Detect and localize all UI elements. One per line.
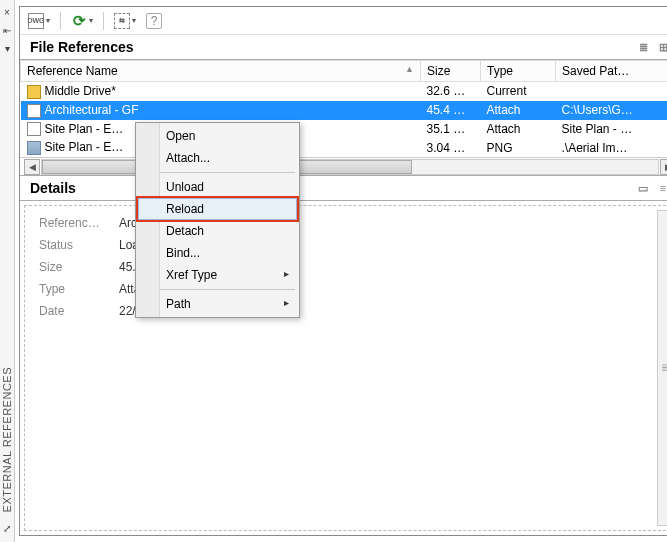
list-view-icon[interactable]: ≣ bbox=[636, 40, 650, 54]
row-path: .\Aerial Im… bbox=[556, 138, 668, 157]
horizontal-scrollbar[interactable]: ◀ ▶ bbox=[20, 157, 667, 175]
ctx-xref-type[interactable]: Xref Type bbox=[138, 264, 297, 286]
row-name: Site Plan - E… bbox=[45, 140, 124, 154]
dock-strip: × ⇤ ▾ EXTERNAL REFERENCES ⤢ bbox=[0, 0, 15, 542]
main-panel: DWG ▾ ⟳ ▾ ⇆ ▾ ? File References ≣ ⊞ bbox=[19, 6, 667, 536]
chevron-down-icon: ▾ bbox=[89, 16, 93, 25]
detail-row: TypeAttach bbox=[39, 278, 663, 300]
row-name: Middle Drive* bbox=[45, 84, 116, 98]
preview-icon[interactable]: ▭ bbox=[636, 181, 650, 195]
row-path: Site Plan - … bbox=[556, 120, 668, 139]
row-size: 32.6 … bbox=[421, 82, 481, 101]
close-panel-icon[interactable]: × bbox=[0, 6, 14, 20]
details-list-icon[interactable]: ≡ bbox=[656, 181, 667, 195]
help-button[interactable]: ? bbox=[144, 11, 164, 31]
col-size[interactable]: Size bbox=[421, 61, 481, 82]
file-type-icon bbox=[27, 104, 41, 118]
col-name-label: Reference Name bbox=[27, 64, 118, 78]
file-references-header: File References ≣ ⊞ bbox=[20, 35, 667, 60]
ctx-reload[interactable]: Reload bbox=[138, 198, 297, 220]
file-type-icon bbox=[27, 85, 41, 99]
detail-row: Referenc…Architectural - GF bbox=[39, 212, 663, 234]
ctx-path[interactable]: Path bbox=[138, 293, 297, 315]
context-menu: OpenAttach...UnloadReloadDetachBind...Xr… bbox=[135, 122, 300, 318]
row-type: Attach bbox=[481, 120, 556, 139]
file-type-icon bbox=[27, 141, 41, 155]
detail-label: Size bbox=[39, 260, 119, 274]
chevron-down-icon: ▾ bbox=[46, 16, 50, 25]
col-reference-name[interactable]: Reference Name ▲ bbox=[21, 61, 421, 82]
scroll-right-icon[interactable]: ▶ bbox=[660, 159, 667, 175]
scroll-track[interactable] bbox=[41, 159, 659, 175]
details-pane: Referenc…Architectural - GFStatusLoadedS… bbox=[24, 205, 667, 531]
detail-row: Size45.4 KB bbox=[39, 256, 663, 278]
references-table-wrap: Reference Name ▲ Size Type Saved Pat… Mi… bbox=[20, 60, 667, 157]
table-row[interactable]: Site Plan - E…35.1 …AttachSite Plan - … bbox=[21, 120, 668, 139]
scroll-grip-icon: ≡≡ bbox=[662, 365, 667, 371]
detail-row: Date22/04/2016 16:10:32 bbox=[39, 300, 663, 322]
details-title: Details bbox=[30, 180, 76, 196]
row-name: Architectural - GF bbox=[45, 103, 139, 117]
panel-footer-icon[interactable]: ⤢ bbox=[0, 522, 14, 536]
scroll-left-icon[interactable]: ◀ bbox=[24, 159, 40, 175]
context-menu-separator bbox=[140, 172, 295, 173]
panel-menu-icon[interactable]: ▾ bbox=[0, 42, 14, 56]
change-path-button[interactable]: ⇆ ▾ bbox=[112, 11, 138, 31]
row-name: Site Plan - E… bbox=[45, 122, 124, 136]
chevron-down-icon: ▾ bbox=[132, 16, 136, 25]
separator bbox=[60, 12, 61, 30]
attach-dwg-button[interactable]: DWG ▾ bbox=[26, 11, 52, 31]
tree-view-icon[interactable]: ⊞ bbox=[656, 40, 667, 54]
table-row[interactable]: Middle Drive*32.6 …Current bbox=[21, 82, 668, 101]
ctx-unload[interactable]: Unload bbox=[138, 176, 297, 198]
row-size: 3.04 … bbox=[421, 138, 481, 157]
file-references-title: File References bbox=[30, 39, 134, 55]
ctx-open[interactable]: Open bbox=[138, 125, 297, 147]
dwg-icon: DWG bbox=[28, 13, 44, 29]
row-size: 35.1 … bbox=[421, 120, 481, 139]
row-type: Attach bbox=[481, 101, 556, 120]
detail-label: Date bbox=[39, 304, 119, 318]
context-menu-separator bbox=[140, 289, 295, 290]
ctx-bind[interactable]: Bind... bbox=[138, 242, 297, 264]
help-icon: ? bbox=[146, 13, 162, 29]
panel-title: EXTERNAL REFERENCES bbox=[1, 367, 13, 512]
table-row[interactable]: Architectural - GF45.4 …AttachC:\Users\G… bbox=[21, 101, 668, 120]
sort-asc-icon: ▲ bbox=[405, 64, 414, 74]
refresh-button[interactable]: ⟳ ▾ bbox=[69, 11, 95, 31]
separator bbox=[103, 12, 104, 30]
detail-label: Type bbox=[39, 282, 119, 296]
row-path: C:\Users\G… bbox=[556, 101, 668, 120]
detail-row: StatusLoaded bbox=[39, 234, 663, 256]
path-icon: ⇆ bbox=[114, 13, 130, 29]
table-row[interactable]: Site Plan - E…3.04 …PNG.\Aerial Im… bbox=[21, 138, 668, 157]
col-type[interactable]: Type bbox=[481, 61, 556, 82]
row-size: 45.4 … bbox=[421, 101, 481, 120]
pin-panel-icon[interactable]: ⇤ bbox=[0, 24, 14, 38]
toolbar: DWG ▾ ⟳ ▾ ⇆ ▾ ? bbox=[20, 7, 667, 35]
references-table: Reference Name ▲ Size Type Saved Pat… Mi… bbox=[20, 60, 667, 157]
file-type-icon bbox=[27, 122, 41, 136]
row-type: PNG bbox=[481, 138, 556, 157]
ctx-detach[interactable]: Detach bbox=[138, 220, 297, 242]
detail-label: Referenc… bbox=[39, 216, 119, 230]
vertical-scrollbar[interactable]: ≡≡ bbox=[657, 210, 667, 526]
row-type: Current bbox=[481, 82, 556, 101]
col-saved-path[interactable]: Saved Pat… bbox=[556, 61, 668, 82]
details-header: Details ▭ ≡ bbox=[20, 175, 667, 201]
refresh-icon: ⟳ bbox=[71, 13, 87, 29]
detail-label: Status bbox=[39, 238, 119, 252]
ctx-attach[interactable]: Attach... bbox=[138, 147, 297, 169]
row-path bbox=[556, 82, 668, 101]
